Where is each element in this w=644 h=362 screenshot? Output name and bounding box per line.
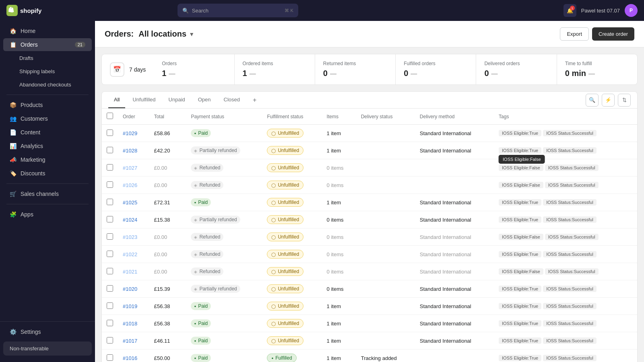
table-row[interactable]: #1020 £15.39 Partially refunded Unfulfil… (102, 280, 637, 298)
create-order-button[interactable]: Create order (592, 27, 634, 41)
order-link[interactable]: #1025 (123, 200, 137, 206)
order-link[interactable]: #1019 (123, 303, 137, 309)
row-order[interactable]: #1026 (118, 177, 149, 194)
row-order[interactable]: #1020 (118, 280, 149, 298)
order-link[interactable]: #1017 (123, 338, 137, 344)
table-row[interactable]: #1021 £0.00 Refunded Unfulfilled 0 items… (102, 263, 637, 280)
search-table-button[interactable]: 🔍 (586, 94, 599, 107)
stats-date-cell[interactable]: 📅 7 days (102, 54, 154, 84)
table-row[interactable]: #1025 £72.31 Paid Unfulfilled 1 item Sta… (102, 194, 637, 211)
order-link[interactable]: #1022 (123, 251, 137, 257)
row-checkbox-cell[interactable] (102, 263, 118, 280)
table-row[interactable]: #1028 £42.20 Partially refunded Unfulfil… (102, 142, 637, 159)
row-order[interactable]: #1024 (118, 211, 149, 228)
row-checkbox-cell[interactable] (102, 298, 118, 315)
row-checkbox-cell[interactable] (102, 177, 118, 194)
sidebar-item-shipping-labels[interactable]: Shipping labels (3, 65, 92, 78)
order-link[interactable]: #1024 (123, 217, 137, 223)
row-checkbox-cell[interactable] (102, 332, 118, 350)
row-checkbox[interactable] (107, 147, 113, 153)
location-filter-button[interactable]: All locations ▼ (138, 29, 194, 39)
row-order[interactable]: #1029 (118, 125, 149, 142)
row-checkbox-cell[interactable] (102, 350, 118, 362)
sidebar-item-customers[interactable]: 👥 Customers (3, 112, 92, 125)
row-order[interactable]: #1025 (118, 194, 149, 211)
row-checkbox[interactable] (107, 354, 113, 361)
sidebar-item-apps[interactable]: 🧩 Apps (3, 208, 92, 221)
row-checkbox-cell[interactable] (102, 125, 118, 142)
row-checkbox[interactable] (107, 181, 113, 188)
sidebar-item-drafts[interactable]: Drafts (3, 52, 92, 64)
sidebar-item-orders[interactable]: 📋 Orders 21 (3, 38, 92, 51)
row-checkbox-cell[interactable] (102, 246, 118, 263)
order-link[interactable]: #1029 (123, 130, 137, 136)
order-link[interactable]: #1023 (123, 234, 137, 240)
user-avatar[interactable]: P (625, 4, 638, 17)
table-row[interactable]: #1023 £0.00 Refunded Unfulfilled 0 items… (102, 228, 637, 246)
row-checkbox-cell[interactable] (102, 142, 118, 159)
row-order[interactable]: #1023 (118, 228, 149, 246)
table-row[interactable]: #1027 £0.00 Refunded Unfulfilled 0 items… (102, 159, 637, 177)
row-order[interactable]: #1016 (118, 350, 149, 362)
table-row[interactable]: #1018 £56.38 Paid Unfulfilled 1 item Sta… (102, 315, 637, 332)
row-checkbox[interactable] (107, 251, 113, 257)
row-order[interactable]: #1021 (118, 263, 149, 280)
sidebar-item-content[interactable]: 📄 Content (3, 126, 92, 139)
row-checkbox[interactable] (107, 199, 113, 205)
row-checkbox[interactable] (107, 268, 113, 274)
table-row[interactable]: #1016 £50.00 Paid Fulfilled 1 item Track… (102, 350, 637, 362)
row-checkbox[interactable] (107, 233, 113, 240)
order-link[interactable]: #1026 (123, 182, 137, 188)
order-link[interactable]: #1020 (123, 286, 137, 292)
non-transferable-item[interactable]: Non-transferable (3, 341, 92, 356)
sidebar-item-abandoned-checkouts[interactable]: Abandoned checkouts (3, 78, 92, 91)
table-row[interactable]: #1024 £15.38 Partially refunded Unfulfil… (102, 211, 637, 228)
tab-closed[interactable]: Closed (218, 92, 246, 108)
sidebar-item-sales-channels[interactable]: 🛒 Sales channels (3, 187, 92, 200)
table-row[interactable]: #1026 £0.00 Refunded Unfulfilled 0 items… (102, 177, 637, 194)
row-checkbox-cell[interactable] (102, 280, 118, 298)
sidebar-item-discounts[interactable]: 🏷️ Discounts (3, 167, 92, 180)
order-link[interactable]: #1018 (123, 321, 137, 327)
sidebar-item-settings[interactable]: ⚙️ Settings (3, 325, 92, 338)
row-order[interactable]: #1018 (118, 315, 149, 332)
row-checkbox-cell[interactable] (102, 159, 118, 177)
tab-unpaid[interactable]: Unpaid (163, 92, 191, 108)
row-order[interactable]: #1022 (118, 246, 149, 263)
row-order[interactable]: #1019 (118, 298, 149, 315)
search-bar[interactable]: 🔍 Search ⌘ K (178, 4, 298, 17)
table-row[interactable]: #1019 £56.38 Paid Unfulfilled 1 item Sta… (102, 298, 637, 315)
row-checkbox-cell[interactable] (102, 194, 118, 211)
tab-open[interactable]: Open (192, 92, 217, 108)
sort-button[interactable]: ⇅ (618, 94, 631, 107)
filter-button[interactable]: ⚡ (602, 94, 615, 107)
order-link[interactable]: #1028 (123, 148, 137, 154)
row-checkbox-cell[interactable] (102, 211, 118, 228)
sidebar-item-marketing[interactable]: 📣 Marketing (3, 153, 92, 166)
sidebar-item-analytics[interactable]: 📊 Analytics (3, 140, 92, 152)
table-row[interactable]: #1022 £0.00 Refunded Unfulfilled 0 items… (102, 246, 637, 263)
row-checkbox[interactable] (107, 337, 113, 343)
sidebar-item-home[interactable]: 🏠 Home (3, 25, 92, 37)
row-checkbox[interactable] (107, 285, 113, 292)
row-order[interactable]: #1028 (118, 142, 149, 159)
row-checkbox[interactable] (107, 320, 113, 326)
row-order[interactable]: #1027 (118, 159, 149, 177)
row-checkbox-cell[interactable] (102, 228, 118, 246)
table-row[interactable]: #1029 £58.86 Paid Unfulfilled 1 item Sta… (102, 125, 637, 142)
row-checkbox[interactable] (107, 130, 113, 136)
notification-button[interactable]: 🔔 1 (564, 4, 576, 17)
row-order[interactable]: #1017 (118, 332, 149, 350)
tab-unfulfilled[interactable]: Unfulfilled (127, 92, 161, 108)
tab-add-button[interactable]: + (249, 93, 260, 108)
select-all-checkbox[interactable] (107, 113, 113, 119)
row-checkbox[interactable] (107, 216, 113, 222)
sidebar-item-products[interactable]: 📦 Products (3, 99, 92, 111)
order-link[interactable]: #1016 (123, 355, 137, 361)
order-link[interactable]: #1027 (123, 165, 137, 171)
tab-all[interactable]: All (108, 92, 125, 108)
export-button[interactable]: Export (560, 27, 589, 41)
table-row[interactable]: #1017 £46.11 Paid Unfulfilled 1 item Sta… (102, 332, 637, 350)
row-checkbox-cell[interactable] (102, 315, 118, 332)
order-link[interactable]: #1021 (123, 269, 137, 275)
